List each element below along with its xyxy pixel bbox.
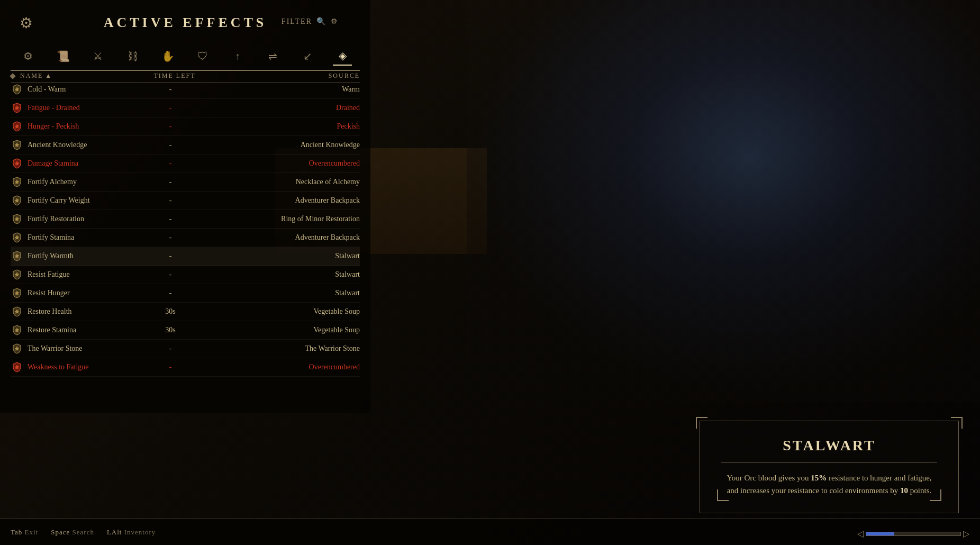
key-lalt: LAlt <box>107 528 122 536</box>
effect-icon <box>11 305 23 318</box>
effect-icon <box>11 231 23 244</box>
effect-source: Stalwart <box>213 289 360 297</box>
table-row[interactable]: Damage Stamina - Overencumbered <box>11 155 360 173</box>
action-search: Search <box>72 528 94 536</box>
nav-icon-droplet[interactable]: ◈ <box>333 47 352 66</box>
nav-icon-hook[interactable]: ↙ <box>298 47 317 66</box>
nav-icon-links[interactable]: ⛓ <box>123 47 142 66</box>
table-row[interactable]: Fortify Alchemy - Necklace of Alchemy <box>11 173 360 192</box>
effect-icon <box>11 157 23 170</box>
table-row[interactable]: Cold - Warm - Warm <box>11 80 360 99</box>
effect-name: Restore Health <box>28 307 128 316</box>
nav-icon-book[interactable]: 📜 <box>53 47 72 66</box>
effect-name: Fatigue - Drained <box>28 104 128 112</box>
bottom-bar: Tab Exit Space Search LAlt Inventory ◁ ▷ <box>0 519 980 545</box>
nav-icon-arrows[interactable]: ⇌ <box>263 47 282 66</box>
table-row[interactable]: Restore Stamina 30s Vegetable Soup <box>11 321 360 340</box>
effect-time: - <box>128 85 213 94</box>
nav-icon-shield[interactable]: 🛡 <box>193 47 212 66</box>
effect-time: 30s <box>128 326 213 334</box>
progress-arrow-left: ◁ <box>857 529 864 539</box>
effect-icon <box>11 102 23 114</box>
effect-source: Warm <box>213 85 360 94</box>
effect-source: Ring of Minor Restoration <box>213 215 360 223</box>
effect-icon <box>11 194 23 207</box>
nav-icon-sword[interactable]: ⚔ <box>88 47 107 66</box>
table-row[interactable]: Hunger - Peckish - Peckish <box>11 117 360 136</box>
table-row[interactable]: Resist Hunger - Stalwart <box>11 284 360 303</box>
col-source-header: SOURCE <box>217 72 360 80</box>
table-row[interactable]: Fortify Stamina - Adventurer Backpack <box>11 229 360 247</box>
table-row[interactable]: The Warrior Stone - The Warrior Stone <box>11 340 360 358</box>
table-row[interactable]: Resist Fatigue - Stalwart <box>11 266 360 284</box>
effect-icon <box>11 120 23 133</box>
progress-track <box>866 532 961 536</box>
effect-name: Fortify Alchemy <box>28 178 128 186</box>
effect-name: Weakness to Fatigue <box>28 363 128 371</box>
effect-icon <box>11 268 23 281</box>
search-icon[interactable]: 🔍 <box>316 17 326 26</box>
effect-source: Peckish <box>213 122 360 131</box>
key-tab: Tab <box>11 528 22 536</box>
table-row[interactable]: Fortify Restoration - Ring of Minor Rest… <box>11 210 360 229</box>
table-row[interactable]: Weakness to Fatigue - Overencumbered <box>11 358 360 377</box>
filter-area[interactable]: FILTER 🔍 ⚙ <box>282 17 339 26</box>
nav-icons-row: ⚙ 📜 ⚔ ⛓ ✋ 🛡 ↑ ⇌ ↙ ◈ <box>11 42 360 71</box>
effect-time: - <box>128 122 213 131</box>
effect-time: - <box>128 344 213 353</box>
action-inventory: Inventory <box>124 528 156 536</box>
effect-name: Restore Stamina <box>28 326 128 334</box>
nav-icon-gear[interactable]: ⚙ <box>19 47 38 66</box>
nav-icon-arrow-up[interactable]: ↑ <box>228 47 247 66</box>
effect-name: Fortify Carry Weight <box>28 196 128 205</box>
effect-name: Hunger - Peckish <box>28 122 128 131</box>
table-row[interactable]: Restore Health 30s Vegetable Soup <box>11 303 360 321</box>
effect-icon <box>11 342 23 355</box>
progress-fill <box>866 532 894 535</box>
effect-icon <box>11 213 23 225</box>
effect-name: Resist Fatigue <box>28 270 128 279</box>
effect-name: The Warrior Stone <box>28 344 128 353</box>
effect-time: - <box>128 178 213 186</box>
effect-name: Damage Stamina <box>28 159 128 168</box>
info-divider <box>721 462 937 463</box>
character-figure <box>467 0 980 402</box>
nav-icon-hand[interactable]: ✋ <box>158 47 177 66</box>
effect-name: Fortify Warmth <box>28 252 128 260</box>
table-row[interactable]: Fatigue - Drained - Drained <box>11 99 360 117</box>
effects-list: Cold - Warm - Warm Fatigue - Drained - D… <box>11 80 360 407</box>
col-name-header: NAME ▲ <box>11 72 132 80</box>
col-time-header: TIME LEFT <box>132 72 217 80</box>
table-row[interactable]: Fortify Carry Weight - Adventurer Backpa… <box>11 192 360 210</box>
info-panel-inner: STALWART Your Orc blood gives you 15% re… <box>721 437 937 497</box>
effect-icon <box>11 324 23 337</box>
effect-source: Vegetable Soup <box>213 307 360 316</box>
effect-name: Ancient Knowledge <box>28 141 128 149</box>
effect-icon <box>11 250 23 262</box>
effect-icon <box>11 287 23 299</box>
table-row[interactable]: Ancient Knowledge - Ancient Knowledge <box>11 136 360 155</box>
effect-source: Vegetable Soup <box>213 326 360 334</box>
bottom-key-space[interactable]: Space Search <box>51 528 94 537</box>
gear-icon[interactable]: ⚙ <box>331 17 339 26</box>
bottom-key-tab[interactable]: Tab Exit <box>11 528 38 537</box>
effect-time: - <box>128 159 213 168</box>
effect-time: - <box>128 104 213 112</box>
sort-diamond <box>10 73 15 79</box>
filter-label: FILTER <box>282 17 312 26</box>
col-name-label: NAME <box>20 72 43 80</box>
sort-indicator: ▲ <box>45 72 52 80</box>
effect-source: Overencumbered <box>213 363 360 371</box>
table-row[interactable]: Fortify Warmth - Stalwart <box>11 247 360 266</box>
effect-source: Overencumbered <box>213 159 360 168</box>
effect-time: - <box>128 215 213 223</box>
bottom-key-lalt[interactable]: LAlt Inventory <box>107 528 156 537</box>
effect-source: Stalwart <box>213 252 360 260</box>
effect-source: Drained <box>213 104 360 112</box>
info-desc: Your Orc blood gives you 15% resistance … <box>721 471 937 497</box>
effect-time: - <box>128 289 213 297</box>
effect-name: Resist Hunger <box>28 289 128 297</box>
menu-panel: ⚙ ACTIVE EFFECTS FILTER 🔍 ⚙ ⚙ 📜 ⚔ ⛓ ✋ 🛡 … <box>0 0 370 413</box>
effect-time: 30s <box>128 307 213 316</box>
effect-icon <box>11 83 23 96</box>
